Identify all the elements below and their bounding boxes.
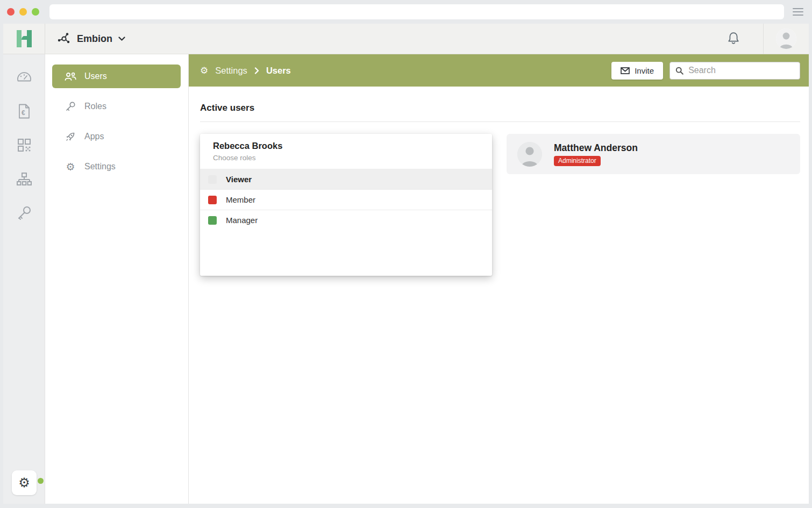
window-controls <box>7 8 39 16</box>
breadcrumb-settings[interactable]: Settings <box>215 66 247 76</box>
role-badge: Administrator <box>554 156 601 166</box>
role-option-label: Manager <box>226 216 258 225</box>
role-option-manager[interactable]: Manager <box>200 210 492 230</box>
sidebar-item-settings[interactable]: ⚙ Settings <box>52 155 181 178</box>
role-picker-prompt: Choose roles <box>213 154 479 162</box>
breadcrumb: ⚙ Settings Users <box>200 66 291 76</box>
notifications-button[interactable] <box>726 24 763 54</box>
page-header: ⚙ Settings Users Invite <box>189 54 809 87</box>
organization-switcher[interactable]: Embion <box>45 24 125 54</box>
browser-menu-icon[interactable] <box>793 8 803 16</box>
role-picker-header: Rebecca Brooks Choose roles <box>200 134 492 169</box>
address-bar[interactable] <box>49 4 784 19</box>
zoom-window-button[interactable] <box>32 8 39 16</box>
role-option-label: Viewer <box>226 175 252 184</box>
sidebar-item-label: Apps <box>84 132 104 141</box>
sidebar-item-label: Settings <box>84 162 116 171</box>
invite-button[interactable]: Invite <box>611 62 663 80</box>
invite-button-label: Invite <box>635 66 654 75</box>
app-window: Embion <box>3 24 809 504</box>
users-icon <box>65 72 76 81</box>
role-color-swatch <box>208 196 217 204</box>
rail-settings-button[interactable]: ⚙ <box>12 470 37 495</box>
role-picker-user-name: Rebecca Brooks <box>213 141 479 151</box>
search-icon <box>675 66 683 75</box>
rocket-icon <box>65 131 76 142</box>
sidebar-item-users[interactable]: Users <box>52 65 181 88</box>
account-menu-button[interactable] <box>764 24 809 54</box>
page-title: Active users <box>200 103 800 113</box>
sitemap-icon[interactable] <box>15 170 33 188</box>
browser-chrome <box>0 0 812 24</box>
sidebar-item-apps[interactable]: Apps <box>52 125 181 148</box>
app-logo <box>3 24 45 54</box>
role-option-viewer[interactable]: Viewer <box>200 169 492 189</box>
role-color-swatch <box>208 216 217 225</box>
gear-icon: ⚙ <box>65 162 76 172</box>
user-card-matthew-anderson[interactable]: Matthew Anderson Administrator <box>507 134 800 174</box>
bell-icon <box>726 31 740 46</box>
user-avatar <box>776 28 796 49</box>
chevron-down-icon <box>118 37 125 41</box>
key-icon[interactable] <box>15 204 33 222</box>
role-option-member[interactable]: Member <box>200 189 492 210</box>
sidebar-item-label: Users <box>84 71 107 81</box>
title-divider <box>200 121 800 122</box>
apps-grid-icon[interactable] <box>15 136 33 154</box>
organization-name: Embion <box>77 33 112 45</box>
role-picker-dropdown: Rebecca Brooks Choose roles Viewer Membe… <box>200 134 492 276</box>
dashboard-gauge-icon[interactable] <box>15 68 33 87</box>
close-window-button[interactable] <box>7 8 15 16</box>
hub-icon <box>57 32 71 46</box>
status-dot <box>38 478 44 484</box>
user-avatar <box>517 142 542 167</box>
search-input[interactable] <box>688 66 794 75</box>
icon-rail: € <box>3 54 45 504</box>
role-option-label: Member <box>226 195 255 204</box>
envelope-icon <box>621 67 630 74</box>
breadcrumb-users[interactable]: Users <box>266 66 291 76</box>
app-topbar: Embion <box>3 24 809 54</box>
chevron-right-icon <box>254 67 259 74</box>
search-box <box>669 62 800 80</box>
gear-icon: ⚙ <box>200 66 208 75</box>
minimize-window-button[interactable] <box>19 8 27 16</box>
invoice-document-icon[interactable]: € <box>15 102 33 120</box>
h-logo-icon <box>15 29 33 48</box>
key-icon <box>65 101 76 112</box>
settings-sidebar: Users Roles <box>45 54 189 504</box>
gear-icon: ⚙ <box>18 476 30 489</box>
sidebar-item-roles[interactable]: Roles <box>52 95 181 118</box>
user-name: Matthew Anderson <box>554 142 638 154</box>
main-content: Active users Rebecca Brooks Choose roles… <box>189 87 809 504</box>
role-color-swatch <box>208 175 217 184</box>
sidebar-item-label: Roles <box>84 102 106 111</box>
svg-text:€: € <box>22 109 25 117</box>
